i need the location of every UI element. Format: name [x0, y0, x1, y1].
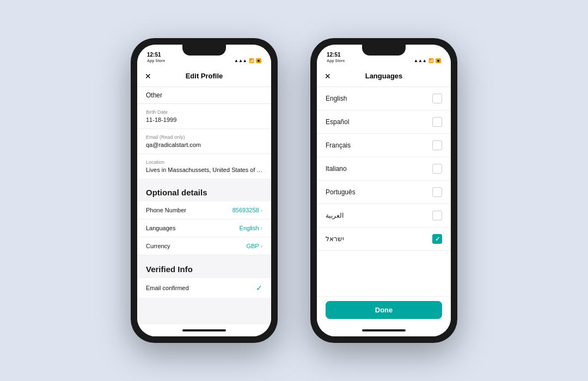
languages-value: English ›	[240, 225, 262, 231]
status-icons-1: ▲▲▲ 📶 ■	[234, 58, 261, 63]
location-label: Location	[146, 159, 262, 165]
location-value: Lives in Massachussets, United States of…	[146, 167, 262, 173]
profile-fields-section: Birth Date 11-18-1999 Email (Read only) …	[137, 104, 271, 179]
status-left-2: 12:51 App Store	[327, 51, 345, 63]
close-button-2[interactable]: ✕	[324, 72, 331, 81]
lang-arabic-label: العربية	[326, 212, 344, 219]
status-time-2: 12:51	[327, 51, 345, 58]
lang-espanol-checkbox[interactable]	[432, 117, 442, 127]
edit-profile-content: Other Birth Date 11-18-1999 Email (Read …	[137, 87, 271, 324]
lang-hebrew-label: ישראל	[326, 235, 344, 243]
lang-espanol-label: Español	[326, 118, 349, 126]
lang-english-label: English	[326, 95, 347, 102]
email-confirmed-label: Email confirmed	[146, 285, 189, 291]
lang-hebrew[interactable]: ישראל	[317, 228, 451, 251]
currency-label: Currency	[146, 243, 170, 249]
verified-section: Email confirmed ✓	[137, 278, 271, 298]
optional-heading: Optional details	[137, 179, 271, 201]
lang-portugues-label: Português	[326, 188, 356, 196]
wifi-icon-2: 📶	[428, 58, 434, 63]
email-value: qa@radicalstart.com	[146, 142, 262, 148]
lang-espanol[interactable]: Español	[317, 110, 451, 134]
nav-title-1: Edit Profile	[186, 72, 223, 80]
phone-number-label: Phone Number	[146, 207, 186, 213]
lang-portugues[interactable]: Português	[317, 181, 451, 204]
home-indicator-1	[182, 329, 226, 331]
home-indicator-2	[362, 329, 406, 331]
lang-english-checkbox[interactable]	[432, 94, 442, 103]
phone-edit-profile: 12:51 App Store ▲▲▲ 📶 ■ ✕ Edit Profile O…	[131, 38, 278, 343]
email-label: Email (Read only)	[146, 134, 262, 140]
lang-francais-label: Français	[326, 142, 351, 149]
status-time-1: 12:51	[147, 51, 165, 58]
lang-arabic-checkbox[interactable]	[432, 211, 442, 220]
phone-number-value: 85693258 ›	[232, 207, 262, 213]
lang-arabic[interactable]: العربية	[317, 204, 451, 228]
bottom-indicator-2	[317, 324, 451, 336]
optional-section: Phone Number 85693258 › Languages Englis…	[137, 201, 271, 255]
currency-chevron: ›	[261, 243, 262, 249]
email-confirmed-row: Email confirmed ✓	[137, 278, 271, 298]
location-item: Location Lives in Massachussets, United …	[137, 154, 271, 179]
done-button[interactable]: Done	[326, 301, 442, 319]
lang-francais[interactable]: Français	[317, 134, 451, 157]
languages-row[interactable]: Languages English ›	[137, 219, 271, 237]
phone-chevron: ›	[261, 207, 262, 213]
phone-number-row[interactable]: Phone Number 85693258 ›	[137, 201, 271, 219]
notch	[182, 45, 226, 56]
verified-heading: Verified Info	[137, 256, 271, 278]
nav-bar-1: ✕ Edit Profile	[137, 65, 271, 87]
languages-label: Languages	[146, 225, 175, 231]
status-icons-2: ▲▲▲ 📶 ■	[414, 58, 441, 63]
done-bar: Done	[317, 296, 451, 324]
close-button-1[interactable]: ✕	[145, 72, 151, 81]
birthdate-item: Birth Date 11-18-1999	[137, 104, 271, 129]
email-item: Email (Read only) qa@radicalstart.com	[137, 129, 271, 154]
status-carrier-2: App Store	[327, 58, 345, 63]
signal-icon-2: ▲▲▲	[414, 58, 427, 63]
lang-italiano-label: Italiano	[326, 165, 347, 173]
email-confirmed-check: ✓	[256, 284, 262, 292]
lang-portugues-checkbox[interactable]	[432, 187, 442, 197]
status-left-1: 12:51 App Store	[147, 51, 165, 63]
languages-list: English Español Français Italiano Portug…	[317, 87, 451, 296]
languages-chevron: ›	[261, 225, 262, 231]
lang-italiano-checkbox[interactable]	[432, 164, 442, 174]
nav-title-2: Languages	[365, 72, 403, 80]
lang-francais-checkbox[interactable]	[432, 140, 442, 150]
lang-italiano[interactable]: Italiano	[317, 157, 451, 181]
nav-bar-2: ✕ Languages	[317, 65, 451, 87]
currency-value: GBP ›	[246, 243, 262, 249]
status-carrier-1: App Store	[147, 58, 165, 63]
phone-languages: 12:51 App Store ▲▲▲ 📶 ■ ✕ Languages Engl…	[310, 38, 457, 343]
lang-hebrew-checkbox[interactable]	[432, 234, 442, 244]
bottom-indicator-1	[137, 324, 271, 336]
birthdate-value: 11-18-1999	[146, 116, 262, 123]
notch-2	[362, 45, 406, 56]
battery-icon: ■	[256, 58, 261, 63]
lang-english[interactable]: English	[317, 87, 451, 110]
currency-row[interactable]: Currency GBP ›	[137, 237, 271, 255]
battery-icon-2: ■	[436, 58, 441, 63]
other-field: Other	[137, 87, 271, 104]
birthdate-label: Birth Date	[146, 109, 262, 115]
wifi-icon: 📶	[249, 58, 254, 63]
signal-icon: ▲▲▲	[234, 58, 247, 63]
